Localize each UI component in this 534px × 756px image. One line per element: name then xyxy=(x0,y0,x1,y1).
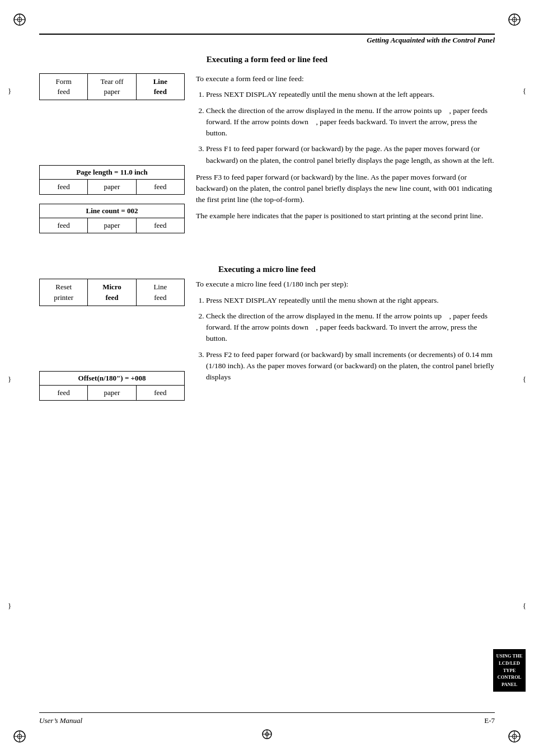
corner-mark-tl xyxy=(11,11,28,28)
bottom-reg-mark xyxy=(261,729,273,742)
section2-intro: To execute a micro line feed (1/180 inch… xyxy=(196,279,495,290)
tick-right-top: { xyxy=(523,87,526,96)
display3-cell1: feed xyxy=(40,218,88,233)
display3-title-text: Line count = 002 xyxy=(86,206,138,215)
footer-right: E-7 xyxy=(484,716,495,725)
header-rule xyxy=(39,34,495,35)
corner-mark-bl xyxy=(11,728,28,745)
tick-left-top: } xyxy=(8,87,11,96)
page: } } } { { { Getting Acquainted with the … xyxy=(0,0,534,756)
sidebar-label: USING THELCD/LED TYPECONTROL PANEL xyxy=(493,649,526,692)
display5-box: Offset(n/180") = +008 feed paper feed xyxy=(39,371,185,401)
display3-title: Line count = 002 xyxy=(40,204,184,218)
display3-cells: feed paper feed xyxy=(40,218,184,233)
display5-title: Offset(n/180") = +008 xyxy=(40,372,184,386)
display1-box: Formfeed Tear offpaper Linefeed xyxy=(39,73,185,100)
tick-right-mid: { xyxy=(523,375,526,384)
display4-box: Resetprinter Microfeed Linefeed xyxy=(39,279,185,306)
display2-cell1: feed xyxy=(40,180,88,194)
display4-cell1: Resetprinter xyxy=(40,279,88,305)
display4-cell2: Microfeed xyxy=(88,279,136,305)
section1-left-col: Formfeed Tear offpaper Linefeed Page len… xyxy=(39,73,196,242)
display4-cell3: Linefeed xyxy=(137,279,184,305)
tick-left-bot: } xyxy=(8,602,11,611)
display3-cell3: feed xyxy=(137,218,184,233)
display2-box: Page length = 11.0 inch feed paper feed xyxy=(39,165,185,195)
footer-area: User’s Manual E-7 USING THELCD/LED TYPEC… xyxy=(39,712,495,725)
section2-step2: Check the direction of the arrow display… xyxy=(206,311,495,345)
corner-mark-tr xyxy=(506,11,523,28)
corner-mark-br xyxy=(506,728,523,745)
display3-cell2: paper xyxy=(88,218,136,233)
section1-step1: Press NEXT DISPLAY repeatedly until the … xyxy=(206,89,495,100)
display5-cell2: paper xyxy=(88,386,136,400)
footer-rule xyxy=(39,712,495,713)
section2-step3: Press F2 to feed paper forward (or backw… xyxy=(206,349,495,383)
tick-left-mid: } xyxy=(8,375,11,384)
section1-step2: Check the direction of the arrow display… xyxy=(206,105,495,139)
section1-right-col: To execute a form feed or line feed: Pre… xyxy=(196,73,495,242)
section1-instructions: Press NEXT DISPLAY repeatedly until the … xyxy=(206,89,495,166)
display2-cell3: feed xyxy=(137,180,184,194)
display1-cell2: Tear offpaper xyxy=(88,74,136,100)
section2-content: Resetprinter Microfeed Linefeed Offset(n… xyxy=(39,279,495,409)
display2-cells: feed paper feed xyxy=(40,180,184,194)
section1-content: Formfeed Tear offpaper Linefeed Page len… xyxy=(39,73,495,242)
header-subtitle: Getting Acquainted with the Control Pane… xyxy=(39,36,495,45)
section2-step1: Press NEXT DISPLAY repeatedly until the … xyxy=(206,295,495,306)
display5-cells: feed paper feed xyxy=(40,386,184,400)
footer-left: User’s Manual xyxy=(39,716,82,725)
section2-title: Executing a micro line feed xyxy=(39,265,495,274)
display1-cell1: Formfeed xyxy=(40,74,88,100)
display5-cell1: feed xyxy=(40,386,88,400)
section1-intro: To execute a form feed or line feed: xyxy=(196,73,495,84)
tick-right-bot: { xyxy=(523,602,526,611)
section1-para2: The example here indicates that the pape… xyxy=(196,210,495,222)
section2-left-col: Resetprinter Microfeed Linefeed Offset(n… xyxy=(39,279,196,409)
section2-instructions: Press NEXT DISPLAY repeatedly until the … xyxy=(206,295,495,383)
section1-para1: Press F3 to feed paper forward (or backw… xyxy=(196,172,495,206)
display1-cell3: Linefeed xyxy=(137,74,184,100)
section1-title: Executing a form feed or line feed xyxy=(39,55,495,64)
display2-title: Page length = 11.0 inch xyxy=(40,166,184,180)
section1-step3: Press F1 to feed paper forward (or backw… xyxy=(206,143,495,166)
display5-cell3: feed xyxy=(137,386,184,400)
display2-cell2: paper xyxy=(88,180,136,194)
section2-right-col: To execute a micro line feed (1/180 inch… xyxy=(196,279,495,409)
display2-title-text: Page length = 11.0 inch xyxy=(76,168,148,176)
display3-box: Line count = 002 feed paper feed xyxy=(39,204,185,233)
display5-title-text: Offset(n/180") = +008 xyxy=(78,374,146,382)
